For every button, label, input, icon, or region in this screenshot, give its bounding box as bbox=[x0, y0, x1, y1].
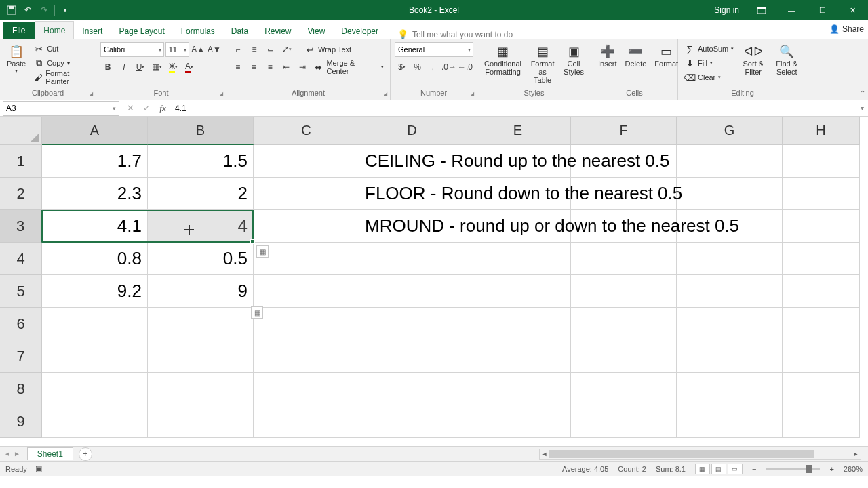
row-header-1[interactable]: 1 bbox=[0, 145, 42, 178]
cell-F4[interactable] bbox=[571, 243, 677, 275]
increase-indent-button[interactable]: ⇥ bbox=[295, 60, 310, 75]
cell-A6[interactable] bbox=[42, 308, 148, 340]
column-header-D[interactable]: D bbox=[359, 117, 465, 145]
sheet-tab-sheet1[interactable]: Sheet1 bbox=[27, 447, 73, 460]
cell-D9[interactable] bbox=[359, 405, 465, 438]
orientation-button[interactable]: ⤢▾ bbox=[279, 42, 294, 57]
align-middle-button[interactable]: ≡ bbox=[247, 42, 262, 57]
cell-G7[interactable] bbox=[677, 340, 783, 373]
cell-B9[interactable] bbox=[148, 405, 254, 438]
cell-D8[interactable] bbox=[359, 373, 465, 405]
fx-icon[interactable]: fx bbox=[155, 101, 171, 116]
page-layout-view-button[interactable]: ▤ bbox=[711, 464, 726, 474]
tab-data[interactable]: Data bbox=[223, 22, 256, 39]
cell-H2[interactable] bbox=[783, 178, 860, 210]
expand-formula-bar-icon[interactable]: ▾ bbox=[856, 104, 868, 112]
column-header-H[interactable]: H bbox=[783, 117, 860, 145]
clear-button[interactable]: ⌫Clear▾ bbox=[682, 70, 736, 84]
undo-icon[interactable]: ↶ bbox=[22, 4, 34, 16]
decrease-indent-button[interactable]: ⇤ bbox=[279, 60, 294, 75]
cell-H5[interactable] bbox=[783, 275, 860, 308]
align-right-button[interactable]: ≡ bbox=[262, 60, 277, 75]
scroll-right-icon[interactable]: ► bbox=[851, 449, 861, 459]
autofill-options-icon[interactable]: ▦ bbox=[251, 306, 263, 319]
cell-G9[interactable] bbox=[677, 405, 783, 438]
cell-B4[interactable]: 0.5 bbox=[148, 243, 254, 275]
cell-C5[interactable] bbox=[254, 275, 359, 308]
row-header-3[interactable]: 3 bbox=[0, 210, 42, 243]
accounting-button[interactable]: $▾ bbox=[395, 60, 409, 75]
tell-me-search[interactable]: 💡Tell me what you want to do bbox=[391, 29, 519, 39]
zoom-in-button[interactable]: + bbox=[829, 465, 833, 473]
percent-button[interactable]: % bbox=[410, 60, 425, 75]
cell-A2[interactable]: 2.3 bbox=[42, 178, 148, 210]
decrease-decimal-button[interactable]: ←.0 bbox=[458, 60, 473, 75]
column-header-B[interactable]: B bbox=[148, 117, 254, 145]
column-header-A[interactable]: A bbox=[42, 117, 148, 145]
spreadsheet-grid[interactable]: ABCDEFGH 123456789 1.71.5CEILING - Round… bbox=[0, 117, 868, 446]
column-header-G[interactable]: G bbox=[677, 117, 783, 145]
shrink-font-button[interactable]: A▼ bbox=[207, 42, 222, 57]
tab-insert[interactable]: Insert bbox=[74, 22, 111, 39]
cell-E9[interactable] bbox=[465, 405, 571, 438]
launcher-icon[interactable]: ◢ bbox=[470, 91, 474, 97]
ribbon-display-icon[interactable] bbox=[746, 0, 776, 20]
collapse-ribbon-icon[interactable]: ⌃ bbox=[860, 89, 865, 97]
zoom-slider[interactable] bbox=[766, 468, 820, 470]
align-center-button[interactable]: ≡ bbox=[247, 60, 262, 75]
formula-input[interactable]: 4.1 bbox=[171, 104, 856, 113]
cell-C2[interactable] bbox=[254, 178, 359, 210]
find-select-button[interactable]: 🔍Find & Select bbox=[770, 42, 803, 77]
sort-filter-button[interactable]: ᐊᐅSort & Filter bbox=[738, 42, 768, 77]
launcher-icon[interactable]: ◢ bbox=[383, 91, 387, 97]
cell-D5[interactable] bbox=[359, 275, 465, 308]
maximize-icon[interactable]: ☐ bbox=[807, 0, 837, 20]
cell-styles-button[interactable]: ▣Cell Styles bbox=[561, 42, 587, 77]
cell-B2[interactable]: 2 bbox=[148, 178, 254, 210]
next-sheet-icon[interactable]: ► bbox=[14, 450, 20, 458]
row-header-6[interactable]: 6 bbox=[0, 308, 42, 340]
copy-button[interactable]: ⧉Copy▾ bbox=[31, 56, 92, 70]
cell-H1[interactable] bbox=[783, 145, 860, 178]
cell-G1[interactable] bbox=[677, 145, 783, 178]
row-header-8[interactable]: 8 bbox=[0, 373, 42, 405]
cell-G6[interactable] bbox=[677, 308, 783, 340]
row-header-7[interactable]: 7 bbox=[0, 340, 42, 373]
cell-D2[interactable]: FLOOR - Round down to the nearest 0.5 bbox=[359, 178, 465, 210]
close-icon[interactable]: ✕ bbox=[837, 0, 868, 20]
scroll-thumb[interactable] bbox=[549, 450, 814, 458]
tab-file[interactable]: File bbox=[3, 22, 35, 39]
tab-developer[interactable]: Developer bbox=[333, 22, 387, 39]
cell-D4[interactable] bbox=[359, 243, 465, 275]
cell-C3[interactable] bbox=[254, 210, 359, 243]
cell-D1[interactable]: CEILING - Round up to the nearest 0.5 bbox=[359, 145, 465, 178]
italic-button[interactable]: I bbox=[117, 60, 132, 75]
zoom-out-button[interactable]: − bbox=[752, 465, 756, 473]
cancel-formula-icon[interactable]: ✕ bbox=[122, 101, 138, 116]
column-header-C[interactable]: C bbox=[254, 117, 359, 145]
launcher-icon[interactable]: ◢ bbox=[219, 91, 223, 97]
tab-review[interactable]: Review bbox=[256, 22, 299, 39]
prev-sheet-icon[interactable]: ◄ bbox=[4, 450, 11, 458]
fill-color-button[interactable]: ⵣ▾ bbox=[165, 60, 180, 75]
cell-E7[interactable] bbox=[465, 340, 571, 373]
scroll-left-icon[interactable]: ◄ bbox=[540, 449, 549, 459]
number-format-combo[interactable]: General bbox=[395, 42, 473, 57]
font-size-combo[interactable]: 11 bbox=[165, 42, 190, 57]
autofill-options-icon[interactable]: ▦ bbox=[256, 245, 269, 258]
cell-F7[interactable] bbox=[571, 340, 677, 373]
cell-C7[interactable] bbox=[254, 340, 359, 373]
column-headers[interactable]: ABCDEFGH bbox=[42, 117, 860, 145]
align-bottom-button[interactable]: ⌙ bbox=[263, 42, 278, 57]
cell-B6[interactable] bbox=[148, 308, 254, 340]
row-header-5[interactable]: 5 bbox=[0, 275, 42, 308]
row-headers[interactable]: 123456789 bbox=[0, 145, 42, 438]
cell-H4[interactable] bbox=[783, 243, 860, 275]
normal-view-button[interactable]: ▦ bbox=[695, 464, 710, 474]
bold-button[interactable]: B bbox=[100, 60, 115, 75]
cell-F8[interactable] bbox=[571, 373, 677, 405]
cell-H6[interactable] bbox=[783, 308, 860, 340]
cell-G2[interactable] bbox=[677, 178, 783, 210]
cell-F6[interactable] bbox=[571, 308, 677, 340]
merge-center-button[interactable]: ⬌Merge & Center▾ bbox=[311, 60, 386, 74]
